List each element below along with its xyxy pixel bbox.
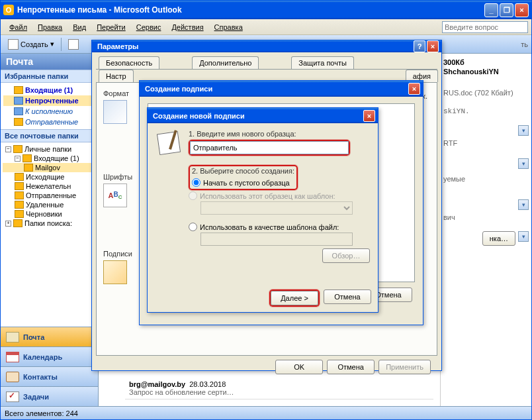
dropdown-button[interactable]: ▾ bbox=[518, 231, 529, 242]
sidebar-item-inbox[interactable]: Входящие (1) bbox=[3, 85, 95, 95]
tree-inbox[interactable]: −Входящие (1) bbox=[3, 154, 96, 163]
print-icon bbox=[68, 39, 79, 50]
dialog-title: Параметры bbox=[95, 42, 412, 50]
radio-blank[interactable] bbox=[192, 178, 200, 187]
radio-template bbox=[189, 191, 197, 200]
tasks-icon bbox=[6, 392, 19, 402]
calendar-icon bbox=[6, 352, 19, 362]
reading-pane: 300Кб ShchanouskiYN RUS.doc (702 Кбайт) … bbox=[440, 54, 531, 406]
expand-icon[interactable]: + bbox=[5, 221, 11, 227]
menu-actions[interactable]: Действия bbox=[166, 22, 208, 32]
menu-goto[interactable]: Перейти bbox=[91, 22, 131, 32]
name3-label: вич bbox=[443, 213, 529, 222]
signature-icon bbox=[103, 260, 127, 284]
tree-junk[interactable]: Нежелательн bbox=[3, 182, 96, 191]
toolbar-search-hint: ть bbox=[521, 40, 528, 48]
tree-drafts[interactable]: Черновики bbox=[3, 209, 96, 219]
tab-settings[interactable]: Настр bbox=[99, 70, 134, 82]
tree-search-folders[interactable]: +Папки поиска: bbox=[3, 219, 96, 228]
menubar: Файл Правка Вид Перейти Сервис Действия … bbox=[1, 19, 531, 35]
close-button[interactable]: × bbox=[363, 110, 375, 122]
sidebar-item-followup[interactable]: К исполнению bbox=[3, 106, 95, 117]
main-titlebar[interactable]: O Непрочтенные письма - Microsoft Outloo… bbox=[1, 1, 531, 19]
menu-view[interactable]: Вид bbox=[67, 22, 91, 32]
step2-label: 2. Выберите способ создания: bbox=[192, 167, 294, 175]
dialog-title: Создание новой подписи bbox=[150, 112, 362, 120]
tree-outbox[interactable]: Исходящие bbox=[3, 172, 96, 182]
new-signature-wizard: Создание новой подписи × 1. Введите имя … bbox=[147, 107, 378, 313]
outbox-icon bbox=[15, 173, 24, 181]
dropdown-button[interactable]: ▾ bbox=[518, 199, 529, 210]
next-button[interactable]: Далее > bbox=[271, 291, 318, 305]
collapse-icon[interactable]: − bbox=[5, 146, 11, 152]
menu-service[interactable]: Сервис bbox=[131, 22, 167, 32]
nav-title: Почта bbox=[1, 54, 98, 70]
sidebar-item-unread[interactable]: Непрочтенные bbox=[3, 95, 95, 106]
new-mail-icon bbox=[8, 39, 19, 50]
print-button[interactable] bbox=[64, 38, 83, 51]
file-path-input bbox=[200, 233, 353, 246]
tree-personal-folders[interactable]: −Личные папки bbox=[3, 144, 96, 154]
nav-contacts[interactable]: Контакты bbox=[1, 366, 98, 386]
tab-security[interactable]: Безопасность bbox=[99, 56, 159, 69]
close-button[interactable]: × bbox=[408, 83, 420, 95]
wiz-titlebar[interactable]: Создание новой подписи × bbox=[148, 108, 378, 123]
folder-icon bbox=[14, 86, 23, 94]
sig-titlebar[interactable]: Создание подписи × bbox=[140, 81, 423, 97]
nav-calendar[interactable]: Календарь bbox=[1, 346, 98, 366]
step1-label: 1. Введите имя нового образца: bbox=[189, 130, 370, 138]
dropdown-button[interactable]: ▾ bbox=[518, 158, 529, 169]
section-format-label: Формат bbox=[103, 89, 136, 97]
pst-icon bbox=[13, 145, 22, 153]
nav-tasks[interactable]: Задачи bbox=[1, 386, 98, 406]
mono-text: skiYN. bbox=[443, 107, 529, 116]
button-partial[interactable]: нка… bbox=[482, 231, 515, 246]
cancel-button[interactable]: Отмена bbox=[324, 289, 371, 304]
nav-mail[interactable]: Почта bbox=[1, 327, 98, 346]
outlook-icon: O bbox=[3, 5, 14, 15]
option-file[interactable]: Использовать в качестве шаблона файл: bbox=[189, 221, 370, 233]
options-titlebar[interactable]: Параметры ? × bbox=[92, 40, 441, 52]
list-item[interactable]: brg@mailgov.by 28.03.2018 Запрос на обно… bbox=[125, 378, 433, 399]
folder-icon bbox=[22, 154, 32, 162]
option-blank[interactable]: Начать с пустого образца bbox=[192, 177, 294, 188]
favorites-header[interactable]: Избранные папки bbox=[1, 70, 98, 83]
nav-buttons: Почта Календарь Контакты Задачи bbox=[1, 327, 98, 406]
search-folders-icon bbox=[13, 219, 22, 227]
tab-advanced[interactable]: Дополнительно bbox=[192, 56, 259, 69]
tree-deleted[interactable]: Удаленные bbox=[3, 200, 96, 209]
flag-folder-icon bbox=[14, 107, 23, 115]
option-template: Использовать этот образец как шаблон: bbox=[189, 190, 370, 201]
tab-mail-protection[interactable]: Защита почты bbox=[291, 56, 354, 69]
dropdown-button[interactable]: ▾ bbox=[518, 125, 529, 136]
sidebar-item-sent[interactable]: Отправленные bbox=[3, 117, 95, 127]
menu-edit[interactable]: Правка bbox=[32, 22, 67, 32]
browse-button[interactable]: Обзор… bbox=[322, 248, 370, 263]
minimize-button[interactable]: _ bbox=[484, 3, 498, 17]
all-folders-header[interactable]: Все почтовые папки bbox=[1, 129, 98, 142]
junk-icon bbox=[15, 182, 24, 190]
signature-name-input[interactable] bbox=[190, 141, 349, 154]
tree-mailgov[interactable]: Mailgov bbox=[3, 163, 96, 172]
maximize-button[interactable]: ❐ bbox=[500, 3, 513, 17]
ok-button[interactable]: OK bbox=[275, 360, 323, 374]
mail-icon bbox=[6, 332, 19, 342]
help-search-input[interactable] bbox=[442, 21, 528, 33]
apply-button[interactable]: Применить bbox=[378, 360, 431, 374]
section-signatures-label: Подписи bbox=[103, 250, 136, 258]
tree-sent[interactable]: Отправленные bbox=[3, 191, 96, 200]
navigation-pane: Почта Избранные папки Входящие (1) Непро… bbox=[1, 54, 99, 406]
help-button[interactable]: ? bbox=[414, 40, 425, 52]
close-button[interactable]: × bbox=[427, 40, 439, 52]
close-button[interactable]: × bbox=[515, 3, 529, 17]
radio-file[interactable] bbox=[189, 223, 197, 231]
menu-help[interactable]: Справка bbox=[209, 22, 248, 32]
collapse-icon[interactable]: − bbox=[15, 156, 21, 162]
create-button[interactable]: Создать▾ bbox=[4, 38, 58, 51]
folder-tree: −Личные папки −Входящие (1) Mailgov Исхо… bbox=[1, 142, 98, 327]
folder-icon bbox=[24, 164, 33, 172]
cancel-button[interactable]: Отмена bbox=[327, 360, 375, 374]
attachment-label[interactable]: RUS.doc (702 Кбайт) bbox=[443, 88, 529, 97]
drafts-icon bbox=[15, 210, 24, 218]
menu-file[interactable]: Файл bbox=[4, 22, 32, 32]
